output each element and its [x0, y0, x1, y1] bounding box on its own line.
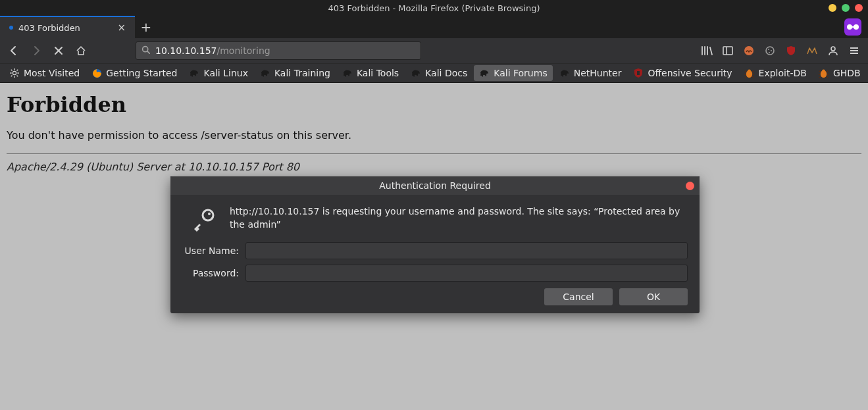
svg-line-30: [752, 76, 753, 78]
bookmark-label: GHDB: [833, 68, 861, 78]
bookmark-label: Kali Tools: [357, 68, 399, 78]
bookmark-label: Exploit-DB: [759, 68, 807, 78]
page-heading: Forbidden: [7, 92, 861, 117]
firefox-icon: [91, 68, 102, 78]
dragon-icon: [479, 68, 490, 78]
svg-point-32: [823, 69, 826, 72]
bookmark-label: Kali Training: [274, 68, 330, 78]
minimize-button[interactable]: [829, 4, 836, 12]
svg-rect-1: [723, 47, 732, 55]
bug-icon: [744, 68, 755, 78]
bookmark-item[interactable]: Kali Tools: [337, 65, 404, 81]
bookmark-item[interactable]: Kali Linux: [184, 65, 253, 81]
window-titlebar: 403 Forbidden - Mozilla Firefox (Private…: [0, 0, 868, 16]
dragon-icon: [189, 68, 199, 78]
dragon-icon: [559, 68, 570, 78]
cookie-icon[interactable]: [763, 43, 777, 58]
forward-button[interactable]: [26, 41, 46, 61]
svg-line-38: [827, 76, 829, 78]
browser-tab[interactable]: 403 Forbidden ×: [0, 16, 135, 38]
username-input[interactable]: [245, 242, 688, 259]
forbidden-message: You don't have permission to access /ser…: [7, 129, 861, 141]
svg-line-19: [17, 70, 18, 71]
bookmarks-bar: Most VisitedGetting StartedKali LinuxKal…: [0, 63, 868, 83]
key-icon: [190, 207, 217, 233]
bug-icon: [819, 68, 829, 78]
dialog-title: Authentication Required: [379, 180, 491, 191]
cancel-button[interactable]: Cancel: [544, 288, 613, 305]
menu-icon[interactable]: [847, 43, 861, 58]
svg-line-18: [17, 76, 18, 77]
bookmark-item[interactable]: Kali Training: [255, 65, 336, 81]
private-browsing-icon: [844, 18, 861, 36]
svg-point-24: [748, 69, 751, 72]
search-icon: [141, 45, 150, 56]
tab-close-button[interactable]: ×: [115, 22, 128, 34]
svg-line-20: [11, 76, 13, 77]
svg-line-34: [827, 70, 829, 72]
bookmark-item[interactable]: Kali Docs: [405, 65, 472, 81]
bookmark-label: Kali Linux: [203, 68, 247, 78]
bookmark-item[interactable]: NetHunter: [554, 65, 627, 81]
svg-line-33: [819, 70, 821, 72]
svg-line-29: [745, 76, 746, 78]
bookmark-label: NetHunter: [574, 68, 622, 78]
dialog-body: http://10.10.10.157 is requesting your u…: [170, 195, 700, 313]
ok-button[interactable]: OK: [619, 288, 688, 305]
auth-dialog: Authentication Required http://10.10.10.…: [170, 176, 700, 313]
svg-point-41: [208, 213, 211, 215]
tab-bar: 403 Forbidden × +: [0, 16, 868, 38]
stop-button[interactable]: [49, 41, 68, 61]
password-input[interactable]: [245, 265, 688, 282]
toolbar-right-icons: [700, 43, 864, 58]
server-footer: Apache/2.4.29 (Ubuntu) Server at 10.10.1…: [7, 161, 861, 173]
new-tab-button[interactable]: +: [135, 16, 157, 38]
svg-point-6: [771, 50, 772, 51]
svg-point-5: [768, 49, 769, 50]
bookmark-item[interactable]: Getting Started: [86, 65, 182, 81]
maximize-button[interactable]: [842, 4, 850, 12]
dragon-icon: [260, 68, 270, 78]
account-icon[interactable]: [826, 43, 840, 58]
bookmark-item[interactable]: Kali Forums: [474, 65, 552, 81]
foxyproxy-icon[interactable]: [805, 43, 819, 58]
url-host: 10.10.10.157: [155, 45, 217, 56]
dialog-titlebar[interactable]: Authentication Required: [170, 176, 700, 195]
address-bar[interactable]: 10.10.10.157/monitoring: [136, 41, 421, 60]
password-label: Password:: [182, 268, 245, 278]
window-controls: [829, 0, 863, 16]
bookmark-item[interactable]: Offensive Security: [628, 65, 737, 81]
os-icon: [633, 68, 644, 78]
svg-point-4: [766, 47, 774, 55]
home-button[interactable]: [71, 41, 91, 61]
divider: [7, 153, 861, 154]
bookmark-label: Kali Docs: [425, 68, 467, 78]
svg-point-12: [13, 71, 16, 74]
back-button[interactable]: [4, 41, 24, 61]
gear-icon: [9, 68, 20, 78]
dialog-close-button[interactable]: [686, 182, 694, 190]
close-window-button[interactable]: [855, 4, 863, 12]
url-path: /monitoring: [217, 45, 270, 56]
url-text: 10.10.10.157/monitoring: [155, 45, 270, 56]
tab-title: 403 Forbidden: [18, 23, 115, 33]
username-label: User Name:: [182, 245, 245, 256]
noscript-icon[interactable]: [742, 43, 756, 58]
loading-icon: [9, 26, 13, 30]
dragon-icon: [411, 68, 421, 78]
dialog-message: http://10.10.10.157 is requesting your u…: [230, 205, 688, 231]
bookmark-label: Offensive Security: [648, 68, 732, 78]
nav-toolbar: 10.10.10.157/monitoring: [0, 38, 868, 63]
bookmark-label: Most Visited: [24, 68, 80, 78]
bookmark-item[interactable]: Most Visited: [4, 65, 85, 81]
ublock-icon[interactable]: [784, 43, 798, 58]
svg-line-17: [11, 70, 13, 71]
dragon-icon: [342, 68, 353, 78]
svg-line-25: [745, 70, 746, 72]
bookmark-label: Getting Started: [106, 68, 177, 78]
bookmark-item[interactable]: Exploit-DB: [739, 65, 812, 81]
sidebar-icon[interactable]: [721, 43, 735, 58]
library-icon[interactable]: [700, 43, 714, 58]
svg-point-3: [744, 46, 753, 55]
bookmark-item[interactable]: GHDB: [813, 65, 866, 81]
